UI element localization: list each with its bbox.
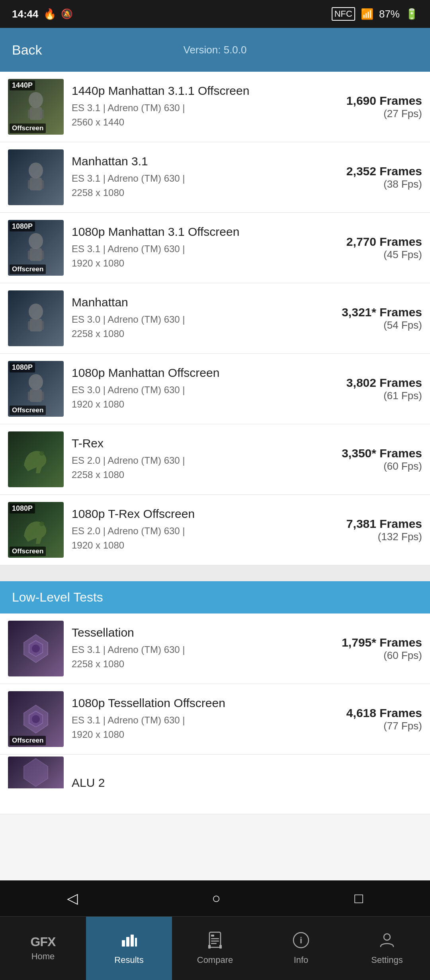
test-thumbnail: 1080P Offscreen [8,502,64,558]
svg-point-12 [29,304,43,319]
test-thumbnail [8,621,64,676]
test-row[interactable]: ALU 2 [0,755,430,814]
svg-rect-10 [28,251,32,259]
results-nav-icon [120,931,138,952]
thumb-res-label: 1440P [10,80,35,90]
fps-count: (60 Fps) [326,460,422,472]
fps-count: (38 Fps) [326,178,422,190]
battery-icon: 🔋 [405,8,418,20]
test-row[interactable]: Offscreen 1080p Tessellation Offscreen E… [0,684,430,755]
svg-rect-34 [219,945,222,949]
test-row[interactable]: Manhattan 3.1 ES 3.1 | Adreno (TM) 630 |… [0,142,430,213]
nav-item-results[interactable]: Results [86,917,172,980]
test-result: 1,690 Frames (27 Fps) [326,94,422,120]
test-details: ES 2.0 | Adreno (TM) 630 |1920 x 1080 [72,524,326,553]
svg-point-0 [29,92,43,108]
svg-rect-24 [122,940,125,947]
status-time-area: 14:44 🔥 🔕 [12,8,73,20]
thumb-res-label: 1080P [10,363,35,372]
frames-count: 7,381 Frames [326,517,422,531]
nav-item-settings[interactable]: Settings [344,917,430,980]
test-info: 1080p T-Rex Offscreen ES 2.0 | Adreno (T… [72,507,326,553]
test-result: 3,321* Frames (54 Fps) [326,306,422,331]
recent-nav-button[interactable]: □ [354,890,363,907]
test-thumbnail [8,149,64,205]
svg-point-37 [384,934,390,940]
svg-point-20 [39,451,44,456]
fps-count: (60 Fps) [326,649,422,662]
test-row[interactable]: 1440P Offscreen 1440p Manhattan 3.1.1 Of… [0,72,430,142]
fps-count: (132 Fps) [326,531,422,543]
test-name: 1080p Manhattan Offscreen [72,366,326,380]
svg-rect-31 [211,941,219,942]
thumb-offscreen-label: Offscreen [10,265,46,274]
frames-count: 2,352 Frames [326,165,422,178]
home-nav-button[interactable]: ○ [212,890,221,907]
test-name: ALU 2 [72,776,422,790]
test-result: 2,352 Frames (38 Fps) [326,165,422,190]
svg-rect-14 [28,321,32,330]
svg-rect-18 [28,392,32,400]
test-row[interactable]: 1080P Offscreen 1080p Manhattan Offscree… [0,354,430,424]
test-name: 1080p Tessellation Offscreen [72,696,326,710]
thumb-res-label: 1080P [10,504,35,514]
app-header: Back Version: 5.0.0 [0,28,430,72]
status-time: 14:44 [12,8,39,20]
test-info: Manhattan 3.1 ES 3.1 | Adreno (TM) 630 |… [72,155,326,200]
results-nav-label: Results [114,955,143,965]
svg-rect-33 [208,945,211,949]
test-info: 1080p Manhattan 3.1 Offscreen ES 3.1 | A… [72,225,326,270]
svg-rect-11 [40,251,44,259]
test-result: 4,618 Frames (77 Fps) [326,706,422,732]
back-button[interactable]: Back [12,42,42,58]
test-thumbnail [8,290,64,346]
test-info: Manhattan ES 3.0 | Adreno (TM) 630 |2258… [72,296,326,341]
svg-point-23 [32,715,40,723]
svg-rect-6 [28,180,32,189]
test-thumbnail: 1080P Offscreen [8,361,64,417]
test-result: 2,770 Frames (45 Fps) [326,235,422,261]
test-info: T-Rex ES 2.0 | Adreno (TM) 630 |2258 x 1… [72,437,326,482]
svg-point-16 [29,374,43,390]
test-row[interactable]: Manhattan ES 3.0 | Adreno (TM) 630 |2258… [0,283,430,354]
test-name: 1080p Manhattan 3.1 Offscreen [72,225,326,239]
status-bar: 14:44 🔥 🔕 NFC 📶 87% 🔋 [0,0,430,28]
nav-item-compare[interactable]: Compare [172,917,258,980]
svg-rect-19 [40,392,44,400]
svg-point-21 [39,521,44,526]
nav-item-home[interactable]: GFX Home [0,917,86,980]
home-nav-icon: GFX [31,935,56,948]
back-nav-button[interactable]: ◁ [67,890,78,907]
test-row[interactable]: T-Rex ES 2.0 | Adreno (TM) 630 |2258 x 1… [0,424,430,495]
test-name: Manhattan 3.1 [72,155,326,168]
thumb-res-label: 1080P [10,221,35,231]
bottom-navigation: GFX Home Results Compare [0,916,430,980]
thumb-offscreen-label: Offscreen [10,123,46,133]
test-thumbnail: Offscreen [8,691,64,747]
info-nav-label: Info [294,955,309,965]
nav-item-info[interactable]: i Info [258,917,344,980]
test-name: 1080p T-Rex Offscreen [72,507,326,521]
fps-count: (54 Fps) [326,319,422,331]
test-thumbnail: 1440P Offscreen [8,79,64,135]
test-details: ES 2.0 | Adreno (TM) 630 |2258 x 1080 [72,453,326,482]
svg-rect-3 [40,110,44,118]
fire-icon: 🔥 [43,8,56,20]
nfc-icon: NFC [332,7,355,21]
test-details: ES 3.1 | Adreno (TM) 630 |2258 x 1080 [72,643,326,671]
compare-nav-label: Compare [197,955,233,965]
test-name: Manhattan [72,296,326,309]
test-details: ES 3.1 | Adreno (TM) 630 |1920 x 1080 [72,242,326,270]
test-row[interactable]: 1080P Offscreen 1080p T-Rex Offscreen ES… [0,495,430,565]
low-level-tests-header: Low-Level Tests [0,581,430,613]
test-details: ES 3.1 | Adreno (TM) 630 |1920 x 1080 [72,713,326,742]
test-row[interactable]: 1080P Offscreen 1080p Manhattan 3.1 Offs… [0,213,430,283]
svg-rect-32 [211,943,217,944]
svg-rect-26 [131,935,134,947]
status-icons: NFC 📶 87% 🔋 [332,7,418,21]
frames-count: 4,618 Frames [326,706,422,720]
android-nav-bar: ◁ ○ □ [0,880,430,916]
svg-rect-29 [211,935,214,937]
test-details: ES 3.0 | Adreno (TM) 630 |2258 x 1080 [72,312,326,341]
test-row[interactable]: Tessellation ES 3.1 | Adreno (TM) 630 |2… [0,613,430,684]
